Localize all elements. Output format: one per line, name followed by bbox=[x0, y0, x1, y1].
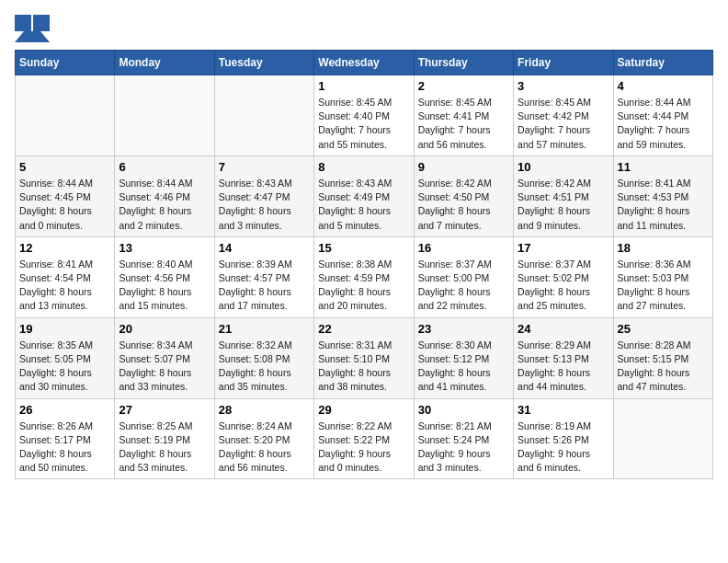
day-info: Sunrise: 8:19 AM Sunset: 5:26 PM Dayligh… bbox=[518, 419, 609, 476]
day-info: Sunrise: 8:26 AM Sunset: 5:17 PM Dayligh… bbox=[19, 419, 110, 476]
day-info: Sunrise: 8:29 AM Sunset: 5:13 PM Dayligh… bbox=[518, 339, 609, 395]
day-info: Sunrise: 8:42 AM Sunset: 4:50 PM Dayligh… bbox=[418, 177, 509, 233]
day-number: 14 bbox=[219, 241, 310, 255]
calendar-cell: 9Sunrise: 8:42 AM Sunset: 4:50 PM Daylig… bbox=[414, 155, 513, 236]
day-number: 21 bbox=[219, 322, 310, 336]
day-number: 13 bbox=[119, 241, 210, 255]
calendar-cell: 20Sunrise: 8:34 AM Sunset: 5:07 PM Dayli… bbox=[115, 317, 214, 398]
page-header bbox=[15, 15, 713, 42]
svg-marker-2 bbox=[15, 31, 50, 42]
header-friday: Friday bbox=[514, 51, 613, 75]
day-number: 20 bbox=[119, 322, 210, 336]
calendar-cell: 5Sunrise: 8:44 AM Sunset: 4:45 PM Daylig… bbox=[16, 155, 115, 236]
day-info: Sunrise: 8:25 AM Sunset: 5:19 PM Dayligh… bbox=[119, 419, 210, 476]
calendar-cell bbox=[214, 75, 313, 156]
day-number: 22 bbox=[318, 322, 409, 336]
day-info: Sunrise: 8:44 AM Sunset: 4:44 PM Dayligh… bbox=[618, 96, 709, 152]
day-info: Sunrise: 8:40 AM Sunset: 4:56 PM Dayligh… bbox=[119, 258, 210, 314]
calendar-cell: 22Sunrise: 8:31 AM Sunset: 5:10 PM Dayli… bbox=[314, 317, 414, 398]
day-number: 5 bbox=[19, 160, 110, 174]
calendar-cell: 12Sunrise: 8:41 AM Sunset: 4:54 PM Dayli… bbox=[16, 236, 115, 317]
day-number: 3 bbox=[518, 79, 609, 93]
day-number: 27 bbox=[119, 403, 210, 417]
day-info: Sunrise: 8:38 AM Sunset: 4:59 PM Dayligh… bbox=[318, 258, 409, 314]
calendar-cell: 10Sunrise: 8:42 AM Sunset: 4:51 PM Dayli… bbox=[514, 155, 613, 236]
day-info: Sunrise: 8:45 AM Sunset: 4:41 PM Dayligh… bbox=[418, 96, 509, 152]
day-info: Sunrise: 8:34 AM Sunset: 5:07 PM Dayligh… bbox=[119, 339, 210, 395]
calendar-cell bbox=[115, 75, 214, 156]
day-number: 9 bbox=[418, 160, 509, 174]
day-number: 8 bbox=[318, 160, 409, 174]
day-info: Sunrise: 8:28 AM Sunset: 5:15 PM Dayligh… bbox=[618, 339, 709, 395]
header-wednesday: Wednesday bbox=[314, 51, 414, 75]
calendar-cell: 23Sunrise: 8:30 AM Sunset: 5:12 PM Dayli… bbox=[414, 317, 513, 398]
day-number: 26 bbox=[19, 403, 110, 417]
day-info: Sunrise: 8:45 AM Sunset: 4:42 PM Dayligh… bbox=[518, 96, 609, 152]
day-info: Sunrise: 8:37 AM Sunset: 5:00 PM Dayligh… bbox=[418, 258, 509, 314]
calendar-cell: 1Sunrise: 8:45 AM Sunset: 4:40 PM Daylig… bbox=[314, 75, 414, 156]
day-number: 25 bbox=[618, 322, 709, 336]
day-number: 24 bbox=[518, 322, 609, 336]
day-info: Sunrise: 8:30 AM Sunset: 5:12 PM Dayligh… bbox=[418, 339, 509, 395]
day-number: 23 bbox=[418, 322, 509, 336]
day-number: 12 bbox=[19, 241, 110, 255]
day-info: Sunrise: 8:31 AM Sunset: 5:10 PM Dayligh… bbox=[318, 339, 409, 395]
day-number: 10 bbox=[518, 160, 609, 174]
day-info: Sunrise: 8:21 AM Sunset: 5:24 PM Dayligh… bbox=[418, 419, 509, 476]
calendar-cell: 25Sunrise: 8:28 AM Sunset: 5:15 PM Dayli… bbox=[613, 317, 712, 398]
calendar-cell: 26Sunrise: 8:26 AM Sunset: 5:17 PM Dayli… bbox=[16, 398, 115, 479]
day-info: Sunrise: 8:43 AM Sunset: 4:49 PM Dayligh… bbox=[318, 177, 409, 233]
calendar-week-row: 1Sunrise: 8:45 AM Sunset: 4:40 PM Daylig… bbox=[16, 75, 713, 156]
calendar-week-row: 19Sunrise: 8:35 AM Sunset: 5:05 PM Dayli… bbox=[16, 317, 713, 398]
svg-rect-1 bbox=[33, 15, 50, 31]
day-info: Sunrise: 8:22 AM Sunset: 5:22 PM Dayligh… bbox=[318, 419, 409, 476]
day-info: Sunrise: 8:43 AM Sunset: 4:47 PM Dayligh… bbox=[219, 177, 310, 233]
day-info: Sunrise: 8:45 AM Sunset: 4:40 PM Dayligh… bbox=[318, 96, 409, 152]
day-info: Sunrise: 8:42 AM Sunset: 4:51 PM Dayligh… bbox=[518, 177, 609, 233]
weekday-header-row: Sunday Monday Tuesday Wednesday Thursday… bbox=[16, 51, 713, 75]
day-info: Sunrise: 8:32 AM Sunset: 5:08 PM Dayligh… bbox=[219, 339, 310, 395]
day-number: 7 bbox=[219, 160, 310, 174]
header-saturday: Saturday bbox=[613, 51, 712, 75]
calendar-cell: 21Sunrise: 8:32 AM Sunset: 5:08 PM Dayli… bbox=[214, 317, 313, 398]
calendar-cell: 6Sunrise: 8:44 AM Sunset: 4:46 PM Daylig… bbox=[115, 155, 214, 236]
logo bbox=[15, 15, 53, 42]
calendar-cell: 29Sunrise: 8:22 AM Sunset: 5:22 PM Dayli… bbox=[314, 398, 414, 479]
day-info: Sunrise: 8:24 AM Sunset: 5:20 PM Dayligh… bbox=[219, 419, 310, 476]
day-number: 28 bbox=[219, 403, 310, 417]
day-number: 6 bbox=[119, 160, 210, 174]
calendar-cell: 14Sunrise: 8:39 AM Sunset: 4:57 PM Dayli… bbox=[214, 236, 313, 317]
calendar-cell: 2Sunrise: 8:45 AM Sunset: 4:41 PM Daylig… bbox=[414, 75, 513, 156]
day-number: 2 bbox=[418, 79, 509, 93]
calendar-cell bbox=[613, 398, 712, 479]
calendar-cell: 30Sunrise: 8:21 AM Sunset: 5:24 PM Dayli… bbox=[414, 398, 513, 479]
calendar-cell: 19Sunrise: 8:35 AM Sunset: 5:05 PM Dayli… bbox=[16, 317, 115, 398]
day-number: 29 bbox=[318, 403, 409, 417]
calendar-cell: 18Sunrise: 8:36 AM Sunset: 5:03 PM Dayli… bbox=[613, 236, 712, 317]
day-info: Sunrise: 8:35 AM Sunset: 5:05 PM Dayligh… bbox=[19, 339, 110, 395]
day-number: 19 bbox=[19, 322, 110, 336]
header-tuesday: Tuesday bbox=[214, 51, 313, 75]
day-number: 15 bbox=[318, 241, 409, 255]
day-number: 18 bbox=[618, 241, 709, 255]
calendar-week-row: 26Sunrise: 8:26 AM Sunset: 5:17 PM Dayli… bbox=[16, 398, 713, 479]
day-info: Sunrise: 8:41 AM Sunset: 4:54 PM Dayligh… bbox=[19, 258, 110, 314]
day-info: Sunrise: 8:39 AM Sunset: 4:57 PM Dayligh… bbox=[219, 258, 310, 314]
calendar-cell: 28Sunrise: 8:24 AM Sunset: 5:20 PM Dayli… bbox=[214, 398, 313, 479]
calendar-cell: 27Sunrise: 8:25 AM Sunset: 5:19 PM Dayli… bbox=[115, 398, 214, 479]
calendar-cell: 8Sunrise: 8:43 AM Sunset: 4:49 PM Daylig… bbox=[314, 155, 414, 236]
calendar-cell: 24Sunrise: 8:29 AM Sunset: 5:13 PM Dayli… bbox=[514, 317, 613, 398]
calendar-cell: 31Sunrise: 8:19 AM Sunset: 5:26 PM Dayli… bbox=[514, 398, 613, 479]
day-number: 16 bbox=[418, 241, 509, 255]
calendar-cell: 15Sunrise: 8:38 AM Sunset: 4:59 PM Dayli… bbox=[314, 236, 414, 317]
logo-icon bbox=[15, 15, 50, 42]
day-info: Sunrise: 8:44 AM Sunset: 4:45 PM Dayligh… bbox=[19, 177, 110, 233]
calendar-cell: 7Sunrise: 8:43 AM Sunset: 4:47 PM Daylig… bbox=[214, 155, 313, 236]
svg-rect-0 bbox=[15, 15, 31, 31]
calendar-week-row: 12Sunrise: 8:41 AM Sunset: 4:54 PM Dayli… bbox=[16, 236, 713, 317]
day-info: Sunrise: 8:37 AM Sunset: 5:02 PM Dayligh… bbox=[518, 258, 609, 314]
day-number: 4 bbox=[618, 79, 709, 93]
header-thursday: Thursday bbox=[414, 51, 513, 75]
calendar-cell: 13Sunrise: 8:40 AM Sunset: 4:56 PM Dayli… bbox=[115, 236, 214, 317]
calendar-cell: 17Sunrise: 8:37 AM Sunset: 5:02 PM Dayli… bbox=[514, 236, 613, 317]
